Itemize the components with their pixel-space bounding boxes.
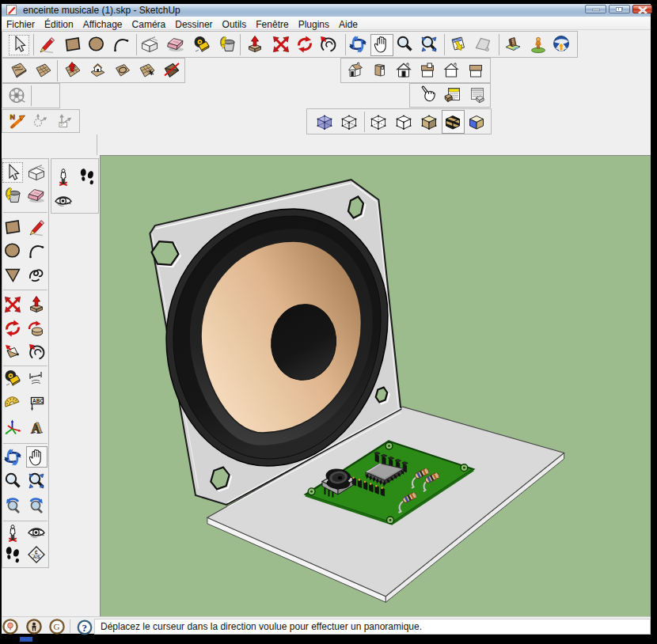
svg-text:G: G bbox=[53, 622, 59, 631]
svg-text:?: ? bbox=[82, 622, 88, 634]
